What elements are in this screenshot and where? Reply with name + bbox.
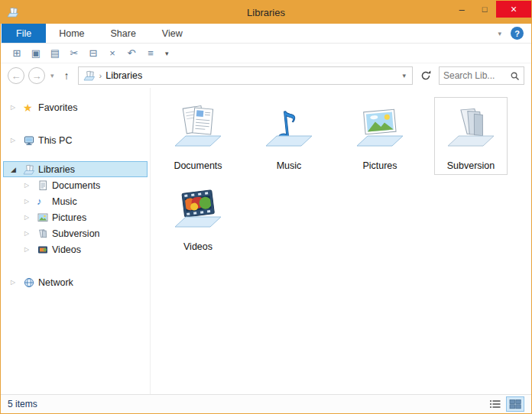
customize-toolbar-icon[interactable]: ▾ bbox=[165, 50, 169, 57]
expand-arrow-icon[interactable]: ▷ bbox=[24, 246, 37, 253]
documents-library-icon bbox=[174, 102, 222, 150]
search-input[interactable] bbox=[443, 70, 510, 81]
view-toggles bbox=[486, 396, 524, 412]
expand-arrow-icon[interactable]: ▷ bbox=[24, 230, 37, 237]
pictures-library-icon bbox=[355, 102, 404, 150]
ribbon-right-controls: ▾ ? bbox=[498, 24, 531, 43]
sidebar-item-this-pc[interactable]: ▷ This PC bbox=[3, 132, 148, 148]
file-item-label: Subversion bbox=[447, 160, 495, 171]
history-dropdown-icon[interactable]: ▾ bbox=[49, 72, 56, 79]
music-note-icon: ♪ bbox=[37, 196, 52, 206]
file-item-label: Music bbox=[277, 160, 302, 171]
undo-button[interactable]: ↶ bbox=[125, 46, 138, 61]
search-icon[interactable] bbox=[510, 71, 520, 81]
explorer-window: Libraries – □ × File Home Share View ▾ ?… bbox=[0, 0, 532, 414]
file-list: Documents ♪ Music bbox=[151, 88, 531, 394]
expand-arrow-icon[interactable]: ▷ bbox=[24, 214, 37, 221]
sidebar-item-videos[interactable]: ▷ Videos bbox=[3, 241, 148, 257]
breadcrumb-separator: › bbox=[99, 71, 102, 80]
main-area: ▷ ★ Favorites ▷ This PC ◢ bbox=[1, 88, 531, 394]
sidebar-item-label: Videos bbox=[52, 244, 81, 255]
help-icon[interactable]: ? bbox=[511, 27, 524, 40]
back-button[interactable]: ← bbox=[8, 67, 24, 84]
quick-access-toolbar: ⊞ ▣ ▤ ✂ ⊟ × ↶ ≡ ▾ bbox=[1, 44, 531, 63]
item-count: 5 items bbox=[8, 399, 37, 409]
expand-ribbon-icon[interactable]: ▾ bbox=[498, 30, 501, 37]
expand-arrow-icon[interactable]: ▷ bbox=[11, 137, 23, 144]
address-location-icon bbox=[83, 70, 96, 82]
maximize-button[interactable]: □ bbox=[473, 1, 496, 18]
file-item-label: Videos bbox=[183, 241, 212, 252]
film-icon bbox=[37, 244, 52, 256]
file-item-music[interactable]: ♪ Music bbox=[252, 97, 326, 175]
network-icon bbox=[23, 277, 38, 289]
file-item-label: Documents bbox=[174, 160, 222, 171]
properties-button[interactable]: ≡ bbox=[144, 46, 157, 61]
libraries-icon bbox=[23, 163, 38, 176]
file-item-label: Pictures bbox=[362, 160, 397, 171]
breadcrumb-segment-libraries[interactable]: Libraries bbox=[105, 70, 142, 81]
music-library-icon: ♪ bbox=[264, 102, 313, 150]
tab-view[interactable]: View bbox=[149, 24, 196, 43]
up-button[interactable]: ↑ bbox=[60, 70, 74, 82]
forward-button[interactable]: → bbox=[28, 67, 45, 84]
star-icon: ★ bbox=[23, 102, 38, 113]
videos-library-icon bbox=[174, 183, 222, 231]
sidebar-item-label: Libraries bbox=[38, 164, 75, 175]
titlebar[interactable]: Libraries – □ × bbox=[1, 1, 531, 24]
expand-arrow-icon[interactable]: ▷ bbox=[11, 104, 23, 111]
close-button[interactable]: × bbox=[496, 1, 531, 18]
sidebar-item-label: Pictures bbox=[52, 212, 86, 223]
file-item-pictures[interactable]: Pictures bbox=[343, 97, 417, 175]
picture-icon bbox=[37, 212, 52, 224]
navigation-pane: ▷ ★ Favorites ▷ This PC ◢ bbox=[1, 88, 151, 394]
copy-button[interactable]: ▣ bbox=[29, 46, 43, 61]
sidebar-item-label: Music bbox=[52, 196, 77, 207]
libraries-window-icon bbox=[7, 6, 21, 18]
window-controls: – □ × bbox=[450, 1, 531, 24]
file-item-videos[interactable]: Videos bbox=[161, 178, 235, 256]
sidebar-item-label: Subversion bbox=[52, 228, 100, 239]
file-item-subversion[interactable]: Subversion bbox=[434, 97, 508, 175]
copy-path-button[interactable]: ⊟ bbox=[86, 46, 100, 61]
expand-arrow-icon[interactable]: ▷ bbox=[24, 182, 37, 189]
sidebar-item-pictures[interactable]: ▷ Pictures bbox=[3, 209, 148, 225]
status-bar: 5 items bbox=[1, 394, 531, 413]
generic-library-icon bbox=[37, 228, 52, 240]
file-item-documents[interactable]: Documents bbox=[161, 97, 235, 175]
paste-button[interactable]: ▤ bbox=[48, 46, 62, 61]
navigation-bar: ← → ▾ ↑ › Libraries ▾ bbox=[1, 63, 531, 88]
sidebar-item-documents[interactable]: ▷ Documents bbox=[3, 177, 148, 193]
details-view-button[interactable] bbox=[486, 396, 504, 412]
sidebar-item-libraries[interactable]: ◢ Libraries bbox=[3, 161, 148, 177]
tab-file[interactable]: File bbox=[2, 24, 46, 43]
document-icon bbox=[37, 180, 52, 192]
sidebar-item-network[interactable]: ▷ Network bbox=[3, 274, 148, 290]
expand-arrow-icon[interactable]: ▷ bbox=[24, 198, 37, 205]
minimize-button[interactable]: – bbox=[450, 1, 473, 18]
search-box bbox=[439, 66, 524, 85]
delete-button[interactable]: × bbox=[105, 46, 119, 61]
large-icons-view-button[interactable] bbox=[506, 396, 524, 412]
sidebar-item-music[interactable]: ▷ ♪ Music bbox=[3, 193, 148, 209]
expand-arrow-icon[interactable]: ▷ bbox=[11, 279, 23, 286]
sidebar-item-label: Network bbox=[38, 277, 73, 288]
sidebar-item-subversion[interactable]: ▷ Subversion bbox=[3, 225, 148, 241]
tab-home[interactable]: Home bbox=[46, 24, 97, 43]
address-bar[interactable]: › Libraries ▾ bbox=[78, 66, 413, 85]
computer-icon bbox=[23, 134, 38, 147]
sidebar-item-label: Documents bbox=[52, 180, 100, 191]
sidebar-item-label: This PC bbox=[38, 135, 72, 146]
refresh-button[interactable] bbox=[417, 66, 435, 85]
address-dropdown-icon[interactable]: ▾ bbox=[402, 72, 407, 79]
cut-button[interactable]: ✂ bbox=[67, 46, 81, 61]
new-window-button[interactable]: ⊞ bbox=[10, 46, 24, 61]
sidebar-item-favorites[interactable]: ▷ ★ Favorites bbox=[3, 99, 148, 115]
generic-library-icon bbox=[446, 102, 495, 150]
tab-share[interactable]: Share bbox=[98, 24, 149, 43]
collapse-arrow-icon[interactable]: ◢ bbox=[11, 166, 23, 173]
sidebar-item-label: Favorites bbox=[38, 102, 77, 113]
ribbon-tab-row: File Home Share View ▾ ? bbox=[1, 24, 531, 44]
